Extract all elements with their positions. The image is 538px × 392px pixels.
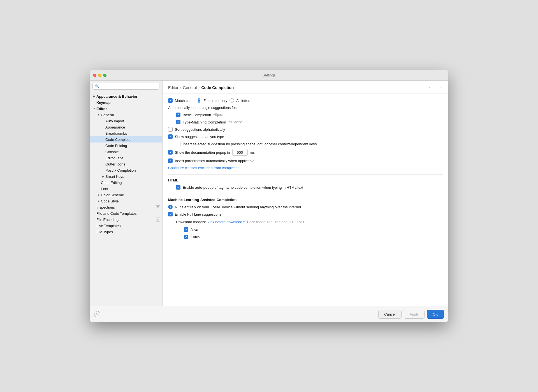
sidebar-item-postfix-completion[interactable]: Postfix Completion	[90, 167, 162, 173]
sidebar-label-postfix-completion: Postfix Completion	[105, 168, 136, 172]
sidebar-item-font[interactable]: Font	[90, 186, 162, 192]
html-enable-checkbox[interactable]	[176, 185, 180, 190]
sidebar-item-file-types[interactable]: File Types	[90, 229, 162, 235]
sidebar-label-gutter-icons: Gutter Icons	[105, 162, 125, 166]
search-container: 🔍	[90, 81, 162, 92]
sidebar-item-file-and-code-templates[interactable]: File and Code Templates	[90, 210, 162, 216]
java-label: Java	[191, 228, 198, 232]
insert-by-space-row: Insert selected suggestion by pressing s…	[176, 142, 443, 146]
breadcrumb-sep-2: ›	[198, 86, 200, 90]
sort-alphabetically-row: Sort suggestions alphabetically	[168, 127, 443, 132]
tree-arrow-code-style	[96, 199, 101, 203]
sidebar-label-editor-tabs: Editor Tabs	[105, 156, 124, 160]
all-letters-radio[interactable]	[229, 98, 234, 103]
sidebar-item-console[interactable]: Console	[90, 149, 162, 155]
sidebar-item-keymap[interactable]: Keymap	[90, 99, 162, 106]
basic-completion-shortcut: ^Space	[213, 113, 224, 117]
insert-parens-row: Insert parentheses automatically when ap…	[168, 158, 443, 163]
sidebar-badge-file-encodings: ⊟	[156, 218, 160, 221]
sidebar-item-live-templates[interactable]: Live Templates	[90, 223, 162, 229]
sidebar-item-breadcrumbs[interactable]: Breadcrumbs	[90, 130, 162, 136]
sidebar-item-editor[interactable]: Editor	[90, 106, 162, 112]
sort-alpha-label: Sort suggestions alphabetically	[175, 127, 225, 132]
doc-popup-ms-input[interactable]	[232, 149, 248, 156]
java-row: Java	[184, 227, 443, 232]
tree-arrow-smart-keys	[101, 174, 105, 179]
search-input[interactable]	[100, 84, 157, 88]
sidebar-label-auto-import: Auto Import	[105, 119, 124, 123]
sidebar-label-inspections: Inspections	[96, 205, 115, 209]
sidebar-item-color-scheme[interactable]: Color Scheme	[90, 192, 162, 198]
insert-parens-checkbox[interactable]	[168, 158, 173, 163]
footer-buttons: Cancel Apply OK	[378, 310, 444, 319]
nav-back[interactable]: ←	[427, 85, 434, 91]
sort-alpha-checkbox[interactable]	[168, 127, 173, 132]
match-case-label: Match case:	[175, 99, 194, 103]
traffic-lights	[93, 74, 106, 77]
settings-window: Settings 🔍 Appearance & BehaviorKeymapEd…	[90, 70, 448, 322]
basic-completion-checkbox[interactable]	[176, 113, 180, 117]
sidebar-label-file-encodings: File Encodings	[96, 218, 120, 222]
close-button[interactable]	[93, 74, 96, 77]
sidebar-item-gutter-icons[interactable]: Gutter Icons	[90, 161, 162, 167]
insert-space-label: Insert selected suggestion by pressing s…	[183, 142, 317, 146]
sidebar-item-file-encodings[interactable]: File Encodings⊟	[90, 216, 162, 223]
ml-full-line-row: Enable Full Line suggestions	[168, 212, 443, 216]
first-letter-radio[interactable]	[197, 98, 201, 103]
match-case-row: Match case: First letter only All letter…	[168, 98, 443, 103]
ml-info-pre: Runs entirely on your	[175, 205, 209, 209]
tree-arrow-appearance-behavior	[92, 94, 96, 99]
sidebar-label-font: Font	[101, 187, 108, 191]
nav-forward[interactable]: →	[436, 85, 443, 91]
insert-space-checkbox[interactable]	[176, 142, 180, 146]
auto-insert-label: Automatically insert single suggestions …	[168, 106, 237, 110]
show-as-type-checkbox[interactable]	[168, 134, 173, 139]
sidebar-label-live-templates: Live Templates	[96, 224, 120, 228]
sidebar-label-breadcrumbs: Breadcrumbs	[105, 131, 127, 136]
sidebar-item-editor-tabs[interactable]: Editor Tabs	[90, 155, 162, 161]
sidebar-item-code-completion[interactable]: Code Completion	[90, 136, 162, 143]
sidebar-item-code-editing[interactable]: Code Editing	[90, 179, 162, 186]
ml-full-line-label: Enable Full Line suggestions	[175, 212, 221, 216]
type-matching-row: Type-Matching Completion ^⇧Space	[176, 120, 443, 124]
cancel-button[interactable]: Cancel	[378, 310, 401, 319]
tree-arrow-color-scheme	[96, 193, 101, 197]
type-matching-checkbox[interactable]	[176, 120, 180, 124]
download-models-dropdown[interactable]: Ask before download ▾	[208, 219, 245, 225]
sidebar-item-auto-import[interactable]: Auto Import	[90, 118, 162, 124]
sidebar-item-appearance[interactable]: Appearance	[90, 124, 162, 130]
help-button[interactable]: ?	[94, 311, 100, 317]
search-wrapper[interactable]: 🔍	[92, 83, 159, 90]
minimize-button[interactable]	[98, 74, 101, 77]
sidebar-label-file-types: File Types	[96, 230, 113, 234]
maximize-button[interactable]	[103, 74, 106, 77]
sidebar-item-inspections[interactable]: Inspections⊟	[90, 204, 162, 210]
show-doc-checkbox[interactable]	[168, 150, 173, 155]
dropdown-arrow-icon: ▾	[243, 220, 245, 223]
download-models-row: Download models: Ask before download ▾ E…	[176, 219, 443, 225]
sidebar-item-smart-keys[interactable]: Smart Keys	[90, 173, 162, 179]
sidebar-label-editor: Editor	[96, 107, 107, 111]
ok-button[interactable]: OK	[427, 310, 444, 319]
sidebar-item-code-folding[interactable]: Code Folding	[90, 143, 162, 149]
kotlin-checkbox[interactable]	[184, 235, 188, 239]
ml-full-line-checkbox[interactable]	[168, 212, 173, 216]
match-case-checkbox[interactable]	[168, 98, 173, 103]
sidebar-label-appearance-behavior: Appearance & Behavior	[96, 94, 138, 99]
footer: ? Cancel Apply OK	[90, 306, 448, 322]
configure-link[interactable]: Configure classes excluded from completi…	[168, 166, 240, 170]
download-models-hint: Each model requires about 100 MB	[247, 220, 304, 224]
java-checkbox[interactable]	[184, 227, 188, 232]
tree-arrow-editor	[92, 106, 96, 111]
window-title: Settings	[263, 73, 276, 77]
type-matching-label: Type-Matching Completion	[183, 120, 226, 124]
sidebar-item-code-style[interactable]: Code Style	[90, 198, 162, 204]
html-enable-label: Enable auto-popup of tag name code compl…	[183, 185, 303, 190]
apply-button[interactable]: Apply	[404, 310, 425, 319]
sidebar-item-appearance-behavior[interactable]: Appearance & Behavior	[90, 93, 162, 99]
insert-parens-label: Insert parentheses automatically when ap…	[175, 159, 254, 163]
ml-section-title: Machine Learning-Assisted Completion	[168, 198, 443, 202]
basic-completion-label: Basic Completion	[183, 113, 211, 117]
configure-link-row: Configure classes excluded from completi…	[168, 166, 443, 170]
sidebar-item-general[interactable]: General	[90, 112, 162, 118]
